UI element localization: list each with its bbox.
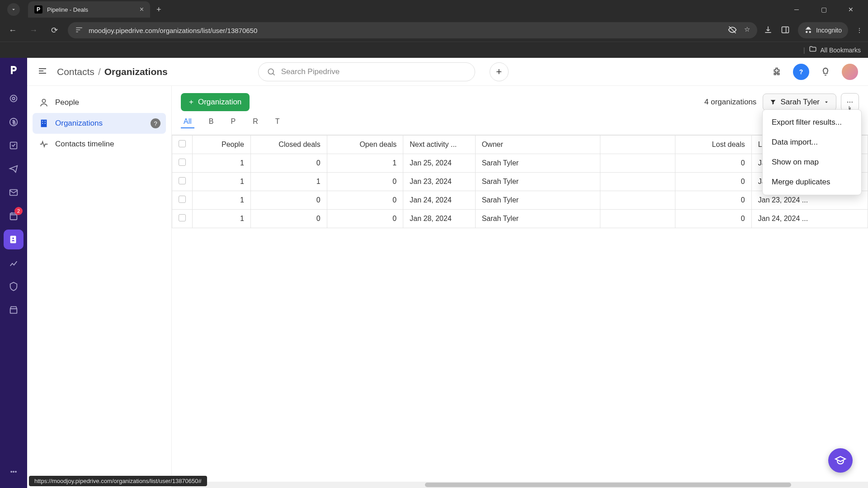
filter-icon: [769, 99, 777, 106]
help-tooltip-icon[interactable]: ?: [151, 118, 160, 128]
horizontal-scrollbar[interactable]: [172, 482, 868, 488]
rail-campaigns[interactable]: [4, 159, 24, 179]
cell-blank: [600, 210, 675, 228]
rail-mail[interactable]: [4, 183, 24, 202]
help-button[interactable]: ?: [793, 64, 809, 80]
rail-products[interactable]: [4, 277, 24, 296]
main-area: Contacts / Organizations Search Pipedriv…: [27, 58, 868, 488]
scrollbar-thumb[interactable]: [425, 483, 791, 487]
menu-data-import[interactable]: Data import...: [763, 132, 861, 152]
rail-marketplace[interactable]: [4, 300, 24, 320]
col-people[interactable]: People: [193, 136, 251, 154]
bookmark-star-icon[interactable]: ☆: [744, 25, 750, 36]
letter-tab-r[interactable]: R: [250, 116, 261, 128]
letter-tab-t[interactable]: T: [273, 116, 283, 128]
col-owner[interactable]: Owner: [475, 136, 600, 154]
downloads-icon[interactable]: [764, 25, 773, 36]
tips-icon[interactable]: [817, 64, 834, 80]
window-close-button[interactable]: ✕: [843, 6, 859, 13]
cell-next: Jan 23, 2024: [403, 173, 475, 191]
incognito-indicator[interactable]: Incognito: [798, 22, 848, 38]
add-organization-button[interactable]: + Organization: [181, 93, 250, 111]
window-controls: ─ ▢ ✕: [788, 6, 865, 13]
row-checkbox[interactable]: [172, 210, 193, 228]
window-maximize-button[interactable]: ▢: [816, 6, 832, 13]
sidepanel-icon[interactable]: [781, 25, 790, 36]
svg-point-4: [12, 97, 15, 100]
menu-show-on-map[interactable]: Show on map: [763, 152, 861, 172]
chevron-down-icon: [823, 99, 830, 105]
select-all-header[interactable]: [172, 136, 193, 154]
browser-url-field[interactable]: moodjoy.pipedrive.com/organizations/list…: [68, 22, 757, 38]
browser-reload-button[interactable]: ⟳: [47, 25, 61, 35]
cell-open: 0: [327, 173, 403, 191]
site-settings-icon[interactable]: [75, 26, 83, 35]
cell-next: Jan 24, 2024: [403, 191, 475, 210]
browser-forward-button[interactable]: →: [26, 26, 41, 35]
user-avatar[interactable]: [842, 64, 858, 80]
cell-owner: Sarah Tyler: [475, 154, 600, 173]
search-placeholder: Search Pipedrive: [281, 67, 340, 76]
all-bookmarks-link[interactable]: All Bookmarks: [821, 47, 861, 54]
cell-owner: Sarah Tyler: [475, 191, 600, 210]
window-minimize-button[interactable]: ─: [788, 6, 805, 13]
tab-search-button[interactable]: [7, 3, 20, 16]
cell-people: 1: [193, 173, 251, 191]
row-checkbox[interactable]: [172, 173, 193, 191]
cell-open: 1: [327, 154, 403, 173]
org-button-label: Organization: [198, 98, 241, 107]
rail-contacts[interactable]: [4, 230, 24, 249]
new-tab-button[interactable]: +: [156, 5, 161, 14]
rail-insights[interactable]: [4, 253, 24, 273]
crumb-parent[interactable]: Contacts: [57, 66, 94, 77]
content-toolbar: + Organization 4 organizations Sarah Tyl…: [172, 86, 868, 116]
row-checkbox[interactable]: [172, 154, 193, 173]
menu-merge-duplicates[interactable]: Merge duplicates: [763, 172, 861, 192]
browser-titlebar: P Pipeline - Deals × + ─ ▢ ✕: [0, 0, 868, 19]
sidebar-toggle[interactable]: [37, 66, 48, 78]
quick-add-button[interactable]: +: [490, 62, 509, 81]
letter-tab-p[interactable]: P: [228, 116, 238, 128]
cell-open: 0: [327, 191, 403, 210]
svg-rect-19: [45, 121, 46, 122]
rail-more[interactable]: •••: [4, 462, 24, 482]
pipedrive-logo[interactable]: [7, 63, 20, 77]
rail-activities[interactable]: 2: [4, 206, 24, 226]
browser-tab[interactable]: P Pipeline - Deals ×: [28, 1, 150, 18]
cell-next: Jan 25, 2024: [403, 154, 475, 173]
row-checkbox[interactable]: [172, 191, 193, 210]
cell-open: 0: [327, 210, 403, 228]
col-lost-deals[interactable]: Lost deals: [675, 136, 751, 154]
svg-point-10: [12, 237, 14, 239]
cell-owner: Sarah Tyler: [475, 210, 600, 228]
topbar: Contacts / Organizations Search Pipedriv…: [27, 58, 868, 86]
browser-menu-button[interactable]: ⋮: [856, 27, 863, 34]
rail-leads[interactable]: [4, 89, 24, 108]
sidebar-item-timeline[interactable]: Contacts timeline: [33, 134, 166, 155]
menu-export-filter[interactable]: Export filter results...: [763, 113, 861, 132]
filter-dropdown[interactable]: Sarah Tyler: [763, 94, 836, 111]
person-icon: [39, 98, 49, 108]
search-input[interactable]: Search Pipedrive: [258, 62, 475, 81]
folder-icon: [809, 45, 817, 55]
rail-projects[interactable]: [4, 136, 24, 155]
rail-deals[interactable]: [4, 112, 24, 132]
table-row[interactable]: 1 0 0 Jan 28, 2024 Sarah Tyler 0 Jan 24,…: [172, 210, 868, 228]
extensions-icon[interactable]: [769, 64, 785, 80]
pipedrive-favicon: P: [34, 5, 42, 14]
cell-lost: 0: [675, 173, 751, 191]
browser-back-button[interactable]: ←: [5, 26, 20, 35]
tab-close-button[interactable]: ×: [140, 5, 144, 14]
eye-off-icon[interactable]: [728, 25, 737, 36]
col-closed-deals[interactable]: Closed deals: [250, 136, 327, 154]
more-actions-button[interactable]: ⋯: [841, 93, 859, 111]
crumb-separator: /: [98, 66, 101, 77]
letter-tab-b[interactable]: B: [206, 116, 217, 128]
letter-tab-all[interactable]: All: [181, 116, 194, 128]
col-open-deals[interactable]: Open deals: [327, 136, 403, 154]
sidebar-item-organizations[interactable]: Organizations ?: [33, 113, 166, 134]
col-blank[interactable]: [600, 136, 675, 154]
col-next-activity[interactable]: Next activity ...: [403, 136, 475, 154]
floating-help-button[interactable]: [828, 448, 853, 473]
sidebar-item-people[interactable]: People: [33, 92, 166, 113]
